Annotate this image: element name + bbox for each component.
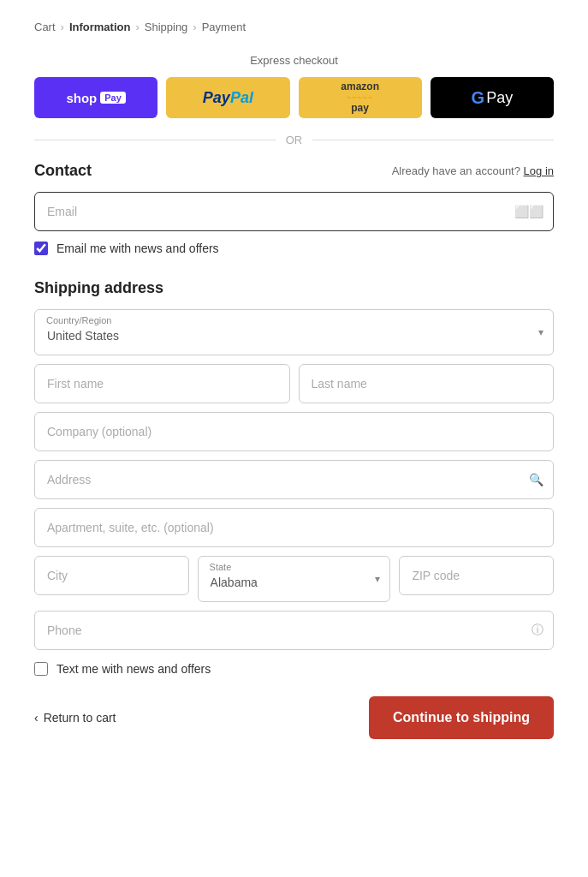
city-field-group [34, 556, 189, 602]
login-prompt: Already have an account? Log in [392, 164, 554, 177]
country-field-group: Country/Region United States ▾ [34, 309, 554, 355]
city-state-zip-row: State Alabama Alaska Arizona California … [34, 556, 554, 602]
google-pay-icon: G [472, 88, 485, 108]
text-offers-checkbox[interactable] [34, 662, 48, 676]
email-offers-label: Email me with news and offers [56, 242, 219, 255]
first-name-group [34, 364, 290, 403]
contact-title: Contact [34, 162, 92, 180]
breadcrumb-payment[interactable]: Payment [202, 21, 246, 33]
apartment-field-group [34, 508, 554, 547]
state-field-group: State Alabama Alaska Arizona California … [198, 556, 391, 602]
state-select[interactable]: Alabama Alaska Arizona California Colora… [198, 556, 391, 602]
contact-section: Contact Already have an account? Log in … [34, 162, 554, 255]
breadcrumb-shipping[interactable]: Shipping [145, 21, 188, 33]
name-row [34, 364, 554, 403]
footer-row: ‹ Return to cart Continue to shipping [34, 696, 554, 739]
breadcrumb-information[interactable]: Information [69, 21, 131, 33]
last-name-group [299, 364, 555, 403]
continue-to-shipping-button[interactable]: Continue to shipping [369, 696, 554, 739]
shop-pay-badge-icon: Pay [100, 92, 126, 104]
chevron-left-icon: ‹ [34, 711, 39, 725]
email-offers-checkbox[interactable] [34, 242, 48, 255]
express-checkout-section: Express checkout shop Pay PayPal amazon … [34, 54, 554, 146]
address-input[interactable] [34, 460, 554, 499]
phone-field-group: ⓘ [34, 611, 554, 650]
amazon-pay-icon: amazon ~~~~~ pay [341, 81, 379, 115]
paypal-icon: PayPal [203, 89, 253, 107]
login-link[interactable]: Log in [524, 164, 554, 177]
country-select[interactable]: United States [34, 309, 554, 355]
or-label: OR [286, 134, 303, 146]
phone-input[interactable] [34, 611, 554, 650]
zip-input[interactable] [399, 556, 554, 595]
email-field-wrapper: ⬜⬜ [34, 192, 554, 231]
google-pay-button[interactable]: G Pay [431, 77, 554, 118]
return-to-cart-label: Return to cart [44, 711, 116, 725]
email-autofill-icon: ⬜⬜ [514, 205, 543, 218]
zip-field-group [399, 556, 554, 602]
phone-help-icon: ⓘ [532, 623, 543, 638]
company-field-group [34, 412, 554, 451]
last-name-input[interactable] [299, 364, 555, 403]
breadcrumb-sep-1: › [61, 21, 64, 33]
shop-pay-button[interactable]: shop Pay [34, 77, 157, 118]
company-input[interactable] [34, 412, 554, 451]
return-to-cart-link[interactable]: ‹ Return to cart [34, 711, 116, 725]
first-name-input[interactable] [34, 364, 290, 403]
shipping-address-section: Shipping address Country/Region United S… [34, 279, 554, 676]
apartment-input[interactable] [34, 508, 554, 547]
amazon-pay-button[interactable]: amazon ~~~~~ pay [299, 77, 422, 118]
email-offers-row: Email me with news and offers [34, 242, 554, 255]
city-input[interactable] [34, 556, 189, 595]
text-offers-label: Text me with news and offers [56, 662, 211, 676]
breadcrumb-sep-2: › [135, 21, 139, 33]
breadcrumb-sep-3: › [193, 21, 196, 33]
shop-pay-icon: shop [66, 91, 97, 105]
shipping-title: Shipping address [34, 279, 554, 297]
address-search-icon: 🔍 [529, 473, 543, 486]
address-field-group: 🔍 [34, 460, 554, 499]
paypal-button[interactable]: PayPal [166, 77, 289, 118]
breadcrumb: Cart › Information › Shipping › Payment [34, 21, 554, 33]
text-offers-row: Text me with news and offers [34, 662, 554, 676]
email-input[interactable] [34, 192, 554, 231]
breadcrumb-cart[interactable]: Cart [34, 21, 56, 33]
google-pay-label: Pay [486, 89, 513, 107]
express-label: Express checkout [34, 54, 554, 67]
